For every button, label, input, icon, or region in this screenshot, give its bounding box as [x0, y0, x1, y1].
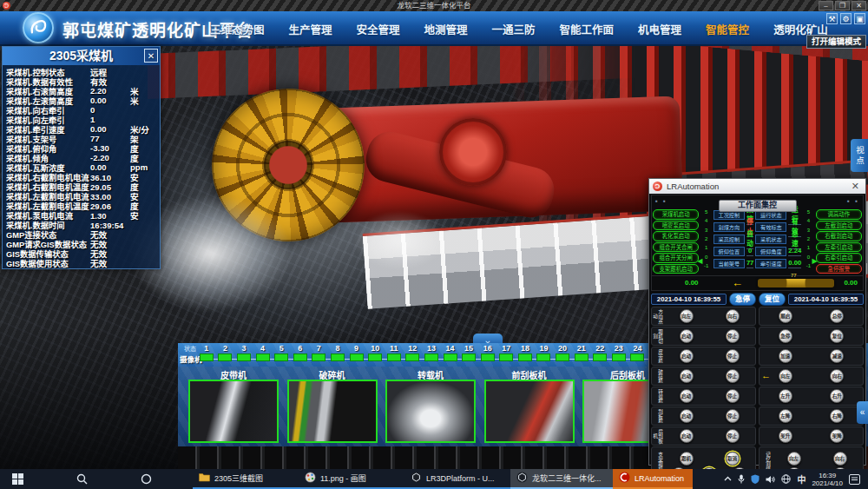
channel-3[interactable]: 3 — [234, 344, 253, 366]
camera-feed-前刮板机[interactable] — [484, 380, 575, 443]
collapse-left-icon[interactable]: « — [857, 401, 868, 424]
round-button-加速[interactable]: 加速 — [779, 349, 792, 363]
taskbar-item-LRAutomation[interactable]: LRAutomation — [613, 469, 693, 489]
taskbar-item-2305三维截图[interactable]: 2305三维截图 — [193, 469, 299, 489]
round-button-启动[interactable]: 启动 — [680, 389, 694, 403]
alarm-button[interactable]: 急停报警 — [816, 264, 862, 274]
ime-indicator[interactable]: 中 — [797, 472, 806, 486]
nav-item-安全管理[interactable]: 安全管理 — [345, 21, 412, 37]
channel-16[interactable]: 16 — [478, 344, 497, 366]
channel-7[interactable]: 7 — [310, 344, 329, 366]
command-button-组合开关分闸[interactable]: 组合开关分闸 — [653, 253, 699, 263]
round-button-停止[interactable]: 停止 — [726, 369, 740, 383]
channel-15[interactable]: 15 — [459, 344, 478, 366]
camera-feed-转载机[interactable] — [385, 380, 476, 443]
round-button-向右[interactable]: 向右 — [833, 452, 847, 466]
channel-24[interactable]: 24 — [628, 344, 648, 366]
channel-6[interactable]: 6 — [291, 344, 310, 366]
channel-13[interactable]: 13 — [422, 344, 441, 366]
command-button-采煤机启动[interactable]: 采煤机启动 — [653, 209, 699, 220]
nav-item-智能管控[interactable]: 智能管控 — [694, 21, 761, 37]
round-button-向右[interactable]: 向右 — [830, 369, 844, 383]
channel-19[interactable]: 19 — [535, 344, 554, 366]
channel-14[interactable]: 14 — [441, 344, 460, 366]
round-button-左升[interactable]: 左升 — [779, 389, 792, 403]
channel-20[interactable]: 20 — [553, 344, 572, 366]
channel-23[interactable]: 23 — [609, 344, 628, 366]
microphone-icon[interactable] — [738, 474, 745, 484]
reset-button[interactable]: 复位 — [759, 293, 786, 306]
minimize-button[interactable]: – — [819, 1, 833, 10]
nav-item-机电管理[interactable]: 机电管理 — [626, 21, 694, 37]
nav-item-三维态势图[interactable]: 三维态势图 — [198, 21, 277, 37]
round-button-停止[interactable]: 停止 — [726, 329, 740, 343]
round-button-停止[interactable]: 停止 — [726, 389, 740, 403]
round-button-向左[interactable]: 向左 — [787, 452, 801, 466]
round-button-右降[interactable]: 右降 — [830, 409, 844, 423]
round-button-顺启[interactable]: 顺启 — [779, 309, 792, 323]
command-button-左牵引启动[interactable]: 左牵引启动 — [816, 242, 862, 253]
chevron-up-icon[interactable] — [724, 476, 732, 482]
round-button-停止[interactable]: 停止 — [726, 429, 740, 443]
round-button-右升[interactable]: 右升 — [830, 389, 844, 403]
nav-item-生产管理[interactable]: 生产管理 — [277, 21, 345, 37]
round-button-急停[interactable]: 急停 — [779, 329, 792, 343]
task-view-icon[interactable] — [135, 469, 156, 489]
close-icon[interactable]: ✕ — [849, 181, 862, 192]
search-icon[interactable] — [71, 469, 92, 489]
notification-center-icon[interactable] — [849, 474, 865, 485]
round-button-向左[interactable]: 向左 — [779, 369, 792, 383]
defender-shield-icon[interactable] — [751, 474, 760, 484]
round-button-减速[interactable]: 减速 — [830, 349, 844, 363]
volume-icon[interactable] — [766, 475, 775, 484]
window-layout-icon[interactable]: ▣ — [854, 13, 865, 24]
network-globe-icon[interactable] — [781, 474, 791, 484]
channel-18[interactable]: 18 — [516, 344, 535, 366]
channel-11[interactable]: 11 — [385, 344, 404, 366]
close-button[interactable]: ✕ — [852, 1, 866, 10]
round-button-向左[interactable]: 向左 — [680, 309, 694, 323]
channel-5[interactable]: 5 — [272, 344, 291, 366]
command-button-支架跟机启动[interactable]: 支架跟机启动 — [653, 264, 699, 274]
channel-8[interactable]: 8 — [328, 344, 347, 366]
command-button-组合开关合闸[interactable]: 组合开关合闸 — [653, 242, 699, 253]
taskbar-item-LR3DPlatform - U...[interactable]: LR3DPlatform - U... — [404, 469, 510, 489]
taskbar-item-11.png - 画图[interactable]: 11.png - 画图 — [299, 469, 404, 489]
nav-item-智能工作面[interactable]: 智能工作面 — [548, 21, 627, 37]
round-button-总停[interactable]: 总停 — [830, 309, 844, 323]
channel-1[interactable]: 1 — [197, 344, 216, 366]
channel-9[interactable]: 9 — [347, 344, 366, 366]
lrautomation-titlebar[interactable]: Ɔ LRAutomation ✕ — [649, 179, 865, 194]
round-button-启动[interactable]: 启动 — [680, 409, 694, 423]
round-button-停止[interactable]: 停止 — [726, 349, 740, 363]
round-button-跟机[interactable]: 跟机 — [680, 452, 694, 466]
tab-workface-control[interactable]: 工作面集控 — [719, 200, 797, 212]
round-button-启动[interactable]: 启动 — [680, 329, 694, 343]
channel-22[interactable]: 22 — [590, 344, 609, 366]
channel-12[interactable]: 12 — [404, 344, 423, 366]
round-button-取消[interactable]: 取消 — [726, 452, 740, 466]
round-button-左降[interactable]: 左降 — [779, 409, 792, 423]
maximize-button[interactable]: ❐ — [835, 1, 850, 10]
round-button-启动[interactable]: 启动 — [680, 429, 694, 443]
command-button-调高动作[interactable]: 调高动作 — [816, 209, 862, 220]
nav-item-一通三防[interactable]: 一通三防 — [480, 21, 548, 37]
channel-10[interactable]: 10 — [365, 344, 385, 366]
viewpoint-tab[interactable]: 视点 — [851, 139, 868, 172]
open-edit-mode-button[interactable]: 打开编辑模式 — [806, 35, 866, 49]
wrench-icon[interactable]: ⚒ — [826, 13, 838, 24]
command-button-右截割启动[interactable]: 右截割启动 — [816, 231, 862, 241]
round-button-停止[interactable]: 停止 — [726, 409, 740, 423]
command-button-右牵引启动[interactable]: 右牵引启动 — [816, 253, 862, 263]
round-button-架降[interactable]: 架降 — [830, 429, 844, 443]
channel-4[interactable]: 4 — [253, 344, 273, 366]
close-icon[interactable]: ✕ — [144, 49, 158, 63]
channel-21[interactable]: 21 — [572, 344, 591, 366]
channel-2[interactable]: 2 — [216, 344, 235, 366]
round-button-架升[interactable]: 架升 — [779, 429, 792, 443]
round-button-启动[interactable]: 启动 — [680, 369, 694, 383]
estop-button[interactable]: 急停 — [729, 293, 756, 306]
command-button-乳化泵启动[interactable]: 乳化泵启动 — [653, 231, 699, 241]
camera-feed-皮带机[interactable] — [188, 380, 279, 443]
command-button-喷雾泵启动[interactable]: 喷雾泵启动 — [653, 221, 699, 231]
